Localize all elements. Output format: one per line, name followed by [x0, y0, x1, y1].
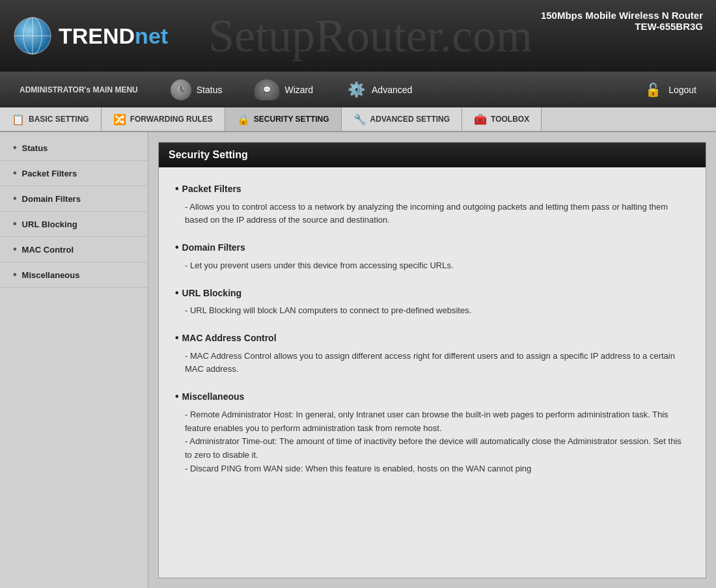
- advanced-tab-icon: 🔧: [353, 113, 366, 126]
- nav-logout[interactable]: 🔓 Logout: [642, 79, 696, 100]
- sidebar-packet-filters-label: Packet Filters: [22, 169, 77, 178]
- tab-advanced-setting[interactable]: 🔧 ADVANCED SETTING: [342, 107, 462, 131]
- sidebar-miscellaneous-label: Miscellaneous: [22, 270, 80, 280]
- content-title: Security Setting: [159, 143, 706, 167]
- section-url-blocking-desc: - URL Blocking will block LAN computers …: [175, 304, 689, 318]
- main-layout: Status Packet Filters Domain Filters URL…: [0, 132, 716, 588]
- section-mac-desc: - MAC Address Control allows you to assi…: [175, 350, 689, 377]
- security-tab-icon: 🔒: [237, 113, 250, 126]
- section-domain-filters-title: Domain Filters: [175, 239, 689, 256]
- section-packet-filters: Packet Filters - Allows you to control a…: [175, 180, 689, 227]
- section-domain-filters: Domain Filters - Let you prevent users u…: [175, 239, 689, 272]
- device-line2: TEW-655BR3G: [541, 21, 703, 32]
- section-mac-title: MAC Address Control: [175, 329, 689, 346]
- logo-text: TRENDnet: [59, 23, 168, 49]
- svg-line-6: [181, 90, 184, 92]
- content-inner: Security Setting Packet Filters - Allows…: [158, 142, 706, 578]
- nav-status[interactable]: Status: [171, 79, 223, 100]
- sidebar-item-status[interactable]: Status: [0, 135, 148, 161]
- gear-icon: ⚙️: [346, 79, 366, 100]
- tab-basic[interactable]: 📋 BASIC SETTING: [0, 107, 102, 131]
- sidebar-item-domain-filters[interactable]: Domain Filters: [0, 186, 148, 212]
- toolbox-tab-icon: 🧰: [474, 113, 487, 126]
- forwarding-tab-icon: 🔀: [113, 113, 126, 126]
- tab-security[interactable]: 🔒 SECURITY SETTING: [225, 107, 342, 131]
- content-body: Packet Filters - Allows you to control a…: [159, 167, 706, 501]
- header: TRENDnet SetupRouter.com 150Mbps Mobile …: [0, 0, 716, 72]
- tab-basic-label: BASIC SETTING: [29, 115, 89, 124]
- nav-bar: ADMINISTRATOR's MAIN MENU Status 💬 Wizar…: [0, 72, 716, 107]
- section-miscellaneous: Miscellaneous - Remote Administrator Hos…: [175, 388, 689, 476]
- tab-security-label: SECURITY SETTING: [254, 115, 329, 124]
- status-icon: [171, 79, 191, 100]
- wizard-icon: 💬: [255, 79, 279, 100]
- section-mac-address-control: MAC Address Control - MAC Address Contro…: [175, 329, 689, 376]
- sidebar-domain-filters-label: Domain Filters: [22, 194, 81, 204]
- lock-icon: 🔓: [642, 79, 663, 100]
- nav-wizard[interactable]: 💬 Wizard: [255, 79, 313, 100]
- watermark: SetupRouter.com: [208, 9, 532, 63]
- nav-advanced-label: Advanced: [372, 85, 412, 95]
- device-line1: 150Mbps Mobile Wireless N Router: [541, 10, 703, 21]
- basic-tab-icon: 📋: [12, 113, 25, 126]
- sidebar-status-label: Status: [22, 143, 48, 153]
- tab-bar: 📋 BASIC SETTING 🔀 FORWARDING RULES 🔒 SEC…: [0, 107, 716, 132]
- section-url-blocking: URL Blocking - URL Blocking will block L…: [175, 285, 689, 318]
- section-misc-title: Miscellaneous: [175, 388, 689, 405]
- admin-label: ADMINISTRATOR's MAIN MENU: [20, 85, 138, 94]
- trendnet-logo-icon: [13, 16, 52, 55]
- section-url-blocking-title: URL Blocking: [175, 285, 689, 301]
- nav-advanced[interactable]: ⚙️ Advanced: [346, 79, 412, 100]
- tab-toolbox[interactable]: 🧰 TOOLBOX: [462, 107, 542, 131]
- device-info: 150Mbps Mobile Wireless N Router TEW-655…: [541, 10, 703, 32]
- section-packet-filters-title: Packet Filters: [175, 180, 689, 197]
- sidebar-item-mac-control[interactable]: MAC Control: [0, 237, 148, 262]
- tab-forwarding[interactable]: 🔀 FORWARDING RULES: [102, 107, 225, 131]
- tab-advanced-label: ADVANCED SETTING: [370, 115, 450, 124]
- logo-area: TRENDnet: [13, 16, 168, 55]
- nav-logout-label: Logout: [668, 85, 696, 95]
- sidebar-item-packet-filters[interactable]: Packet Filters: [0, 161, 148, 186]
- sidebar-url-blocking-label: URL Blocking: [22, 219, 77, 229]
- content-area: Security Setting Packet Filters - Allows…: [148, 132, 716, 588]
- sidebar-item-miscellaneous[interactable]: Miscellaneous: [0, 262, 148, 288]
- sidebar-mac-control-label: MAC Control: [22, 245, 74, 255]
- tab-toolbox-label: TOOLBOX: [491, 115, 529, 124]
- section-misc-desc: - Remote Administrator Host: In general,…: [175, 408, 689, 476]
- sidebar: Status Packet Filters Domain Filters URL…: [0, 132, 148, 588]
- section-domain-filters-desc: - Let you prevent users under this devic…: [175, 259, 689, 273]
- nav-wizard-label: Wizard: [284, 85, 313, 95]
- nav-status-label: Status: [197, 85, 223, 95]
- sidebar-item-url-blocking[interactable]: URL Blocking: [0, 212, 148, 237]
- section-packet-filters-desc: - Allows you to control access to a netw…: [175, 201, 689, 228]
- tab-forwarding-label: FORWARDING RULES: [130, 115, 213, 124]
